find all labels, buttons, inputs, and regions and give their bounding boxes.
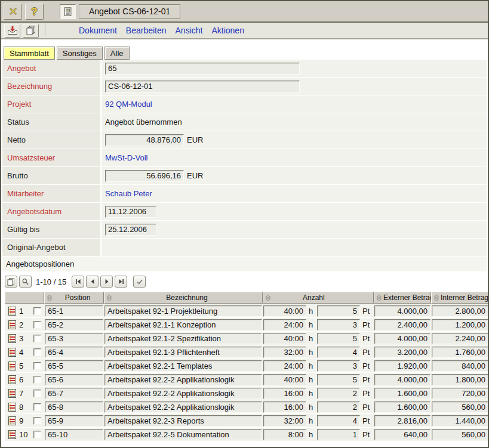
anzahl-input[interactable] xyxy=(263,319,306,330)
row-checkbox[interactable] xyxy=(33,362,41,370)
row-checkbox[interactable] xyxy=(33,403,41,411)
open-record-button[interactable] xyxy=(8,403,16,412)
interner-betrag-input[interactable] xyxy=(432,374,488,385)
punkte-input[interactable] xyxy=(317,415,360,427)
header-interner-betrag[interactable]: Interner Betrag xyxy=(431,292,489,304)
externer-betrag-input[interactable] xyxy=(374,319,430,330)
interner-betrag-input[interactable] xyxy=(432,333,488,344)
header-anzahl[interactable]: Anzahl xyxy=(263,292,374,304)
anzahl-input[interactable] xyxy=(263,388,306,399)
position-input[interactable] xyxy=(45,360,103,372)
externer-betrag-input[interactable] xyxy=(374,360,430,372)
header-bezeichnung[interactable]: Bezeichnung xyxy=(104,292,263,304)
copy-rows-button[interactable] xyxy=(5,276,17,288)
bezeichnung-input[interactable] xyxy=(104,347,262,358)
position-input[interactable] xyxy=(45,347,103,358)
position-input[interactable] xyxy=(45,429,103,440)
position-input[interactable] xyxy=(45,388,103,399)
row-checkbox[interactable] xyxy=(33,390,41,397)
punkte-input[interactable] xyxy=(317,388,360,399)
bezeichnung-input[interactable] xyxy=(104,415,262,427)
punkte-input[interactable] xyxy=(317,429,360,440)
menu-item-ansicht[interactable]: Ansicht xyxy=(176,26,203,35)
brutto-input[interactable] xyxy=(105,170,184,182)
externer-betrag-input[interactable] xyxy=(374,305,430,317)
punkte-input[interactable] xyxy=(317,305,360,317)
bezeichnung-input[interactable] xyxy=(104,305,262,317)
interner-betrag-input[interactable] xyxy=(432,415,488,427)
tab-alle[interactable]: Alle xyxy=(104,47,130,60)
tab-sonstiges[interactable]: Sonstiges xyxy=(57,47,103,60)
next-page-button[interactable] xyxy=(100,276,113,288)
close-button[interactable] xyxy=(4,4,22,20)
interner-betrag-input[interactable] xyxy=(432,319,488,330)
tab-stammblatt[interactable]: Stammblatt xyxy=(4,47,55,60)
open-record-button[interactable] xyxy=(8,307,16,316)
row-checkbox[interactable] xyxy=(33,348,41,356)
row-checkbox[interactable] xyxy=(33,376,41,384)
anzahl-input[interactable] xyxy=(263,415,306,427)
header-position[interactable]: Position xyxy=(44,292,104,304)
externer-betrag-input[interactable] xyxy=(374,333,430,344)
externer-betrag-input[interactable] xyxy=(374,374,430,385)
interner-betrag-input[interactable] xyxy=(432,360,488,372)
header-externer-betrag[interactable]: Externer Betrag xyxy=(374,292,431,304)
select-all-button[interactable] xyxy=(133,276,146,288)
anzahl-input[interactable] xyxy=(263,374,306,385)
anzahl-input[interactable] xyxy=(263,305,306,317)
anzahl-input[interactable] xyxy=(263,347,306,358)
open-record-button[interactable] xyxy=(8,416,16,425)
position-input[interactable] xyxy=(45,401,103,413)
row-checkbox[interactable] xyxy=(33,321,41,329)
bezeichnung-input[interactable] xyxy=(104,360,262,372)
bezeichnung-input[interactable] xyxy=(104,401,262,413)
bezeichnung-input[interactable] xyxy=(104,319,262,330)
bezeichnung-input[interactable] xyxy=(104,333,262,344)
externer-betrag-input[interactable] xyxy=(374,347,430,358)
punkte-input[interactable] xyxy=(317,360,360,372)
interner-betrag-input[interactable] xyxy=(432,388,488,399)
bezeichnung-input[interactable] xyxy=(104,429,262,440)
externer-betrag-input[interactable] xyxy=(374,401,430,413)
angebotsdatum-input[interactable] xyxy=(105,206,156,218)
umsatzsteuer-link[interactable]: MwSt-D-Voll xyxy=(105,153,148,162)
punkte-input[interactable] xyxy=(317,401,360,413)
search-button[interactable] xyxy=(19,276,32,288)
gueltig-bis-input[interactable] xyxy=(105,224,156,236)
open-record-button[interactable] xyxy=(8,430,16,439)
angebot-input[interactable] xyxy=(105,63,300,75)
prev-page-button[interactable] xyxy=(86,276,99,288)
open-record-button[interactable] xyxy=(8,375,16,384)
bezeichnung-input[interactable] xyxy=(104,374,262,385)
import-button[interactable] xyxy=(4,24,20,38)
bezeichnung-input[interactable] xyxy=(104,388,262,399)
bezeichnung-input[interactable] xyxy=(105,81,300,92)
mitarbeiter-link[interactable]: Schaub Peter xyxy=(105,189,152,198)
open-record-button[interactable] xyxy=(8,334,16,343)
position-input[interactable] xyxy=(45,319,103,330)
position-input[interactable] xyxy=(45,415,103,427)
open-record-button[interactable] xyxy=(8,362,16,370)
interner-betrag-input[interactable] xyxy=(432,429,488,440)
document-tab-button[interactable] xyxy=(60,4,76,19)
position-input[interactable] xyxy=(45,333,103,344)
row-checkbox[interactable] xyxy=(33,335,41,342)
anzahl-input[interactable] xyxy=(263,401,306,413)
externer-betrag-input[interactable] xyxy=(374,415,430,427)
interner-betrag-input[interactable] xyxy=(432,347,488,358)
anzahl-input[interactable] xyxy=(263,429,306,440)
copy-document-button[interactable] xyxy=(23,24,39,38)
punkte-input[interactable] xyxy=(317,333,360,344)
row-checkbox[interactable] xyxy=(33,417,41,425)
punkte-input[interactable] xyxy=(317,374,360,385)
first-page-button[interactable] xyxy=(72,276,84,288)
help-button[interactable]: ? xyxy=(25,4,44,20)
open-record-button[interactable] xyxy=(8,320,16,329)
externer-betrag-input[interactable] xyxy=(374,429,430,440)
menu-item-aktionen[interactable]: Aktionen xyxy=(211,26,244,35)
menu-item-dokument[interactable]: Dokument xyxy=(79,26,117,35)
last-page-button[interactable] xyxy=(115,276,127,288)
projekt-link[interactable]: 92 QM-Modul xyxy=(105,100,152,109)
anzahl-input[interactable] xyxy=(263,333,306,344)
open-record-button[interactable] xyxy=(8,348,16,357)
